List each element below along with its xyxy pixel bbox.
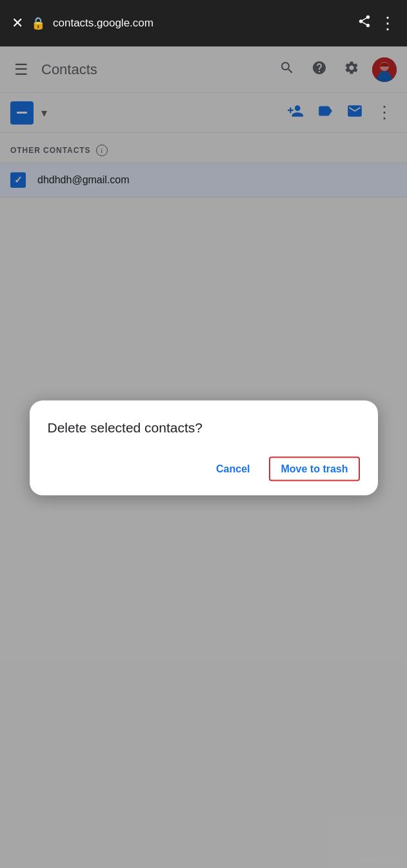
page-background: ☰ Contacts bbox=[0, 46, 407, 868]
browser-menu-icon[interactable]: ⋮ bbox=[379, 14, 395, 34]
browser-lock-icon: 🔒 bbox=[31, 16, 45, 30]
cancel-button[interactable]: Cancel bbox=[208, 458, 257, 479]
browser-url-text: contacts.google.com bbox=[53, 17, 154, 30]
browser-share-icon[interactable] bbox=[357, 14, 372, 32]
dialog-title: Delete selected contacts? bbox=[48, 418, 360, 436]
browser-close-icon[interactable]: ✕ bbox=[12, 15, 23, 32]
modal-overlay[interactable]: Delete selected contacts? Cancel Move to… bbox=[0, 46, 407, 868]
dialog-actions: Cancel Move to trash bbox=[48, 456, 360, 481]
move-to-trash-button[interactable]: Move to trash bbox=[269, 456, 359, 481]
browser-bar: ✕ 🔒 contacts.google.com ⋮ bbox=[0, 0, 407, 46]
browser-url-bar[interactable]: contacts.google.com bbox=[53, 17, 350, 30]
delete-dialog: Delete selected contacts? Cancel Move to… bbox=[30, 400, 378, 495]
contacts-app: ☰ Contacts bbox=[0, 46, 407, 868]
